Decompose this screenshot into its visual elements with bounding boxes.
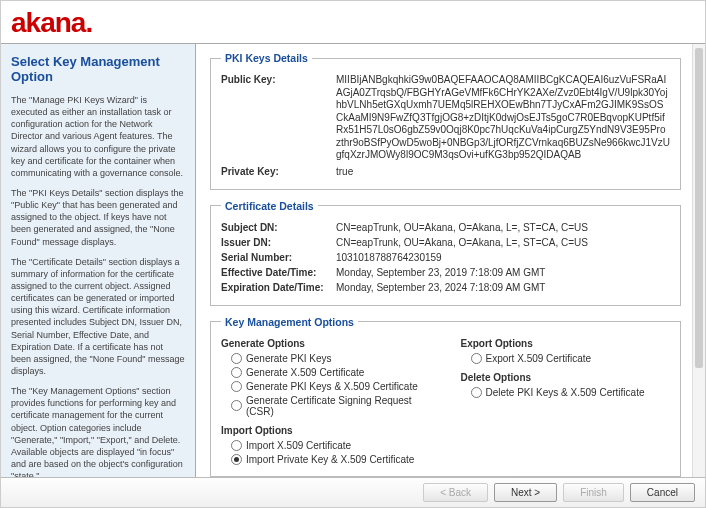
radio-icon: [231, 454, 242, 465]
radio-icon: [231, 367, 242, 378]
effective-date-value: Monday, September 23, 2019 7:18:09 AM GM…: [336, 267, 670, 278]
certificate-details-section: Certificate Details Subject DN: CN=eapTr…: [210, 200, 681, 306]
expiration-date-value: Monday, September 23, 2024 7:18:09 AM GM…: [336, 282, 670, 293]
export-options-head: Export Options: [461, 338, 671, 349]
radio-icon: [231, 353, 242, 364]
subject-dn-label: Subject DN:: [221, 222, 336, 233]
serial-number-label: Serial Number:: [221, 252, 336, 263]
radio-delete-pki-x509[interactable]: Delete PKI Keys & X.509 Certificate: [471, 387, 671, 398]
scrollbar[interactable]: [692, 44, 705, 481]
private-key-value: true: [336, 166, 670, 177]
radio-label: Delete PKI Keys & X.509 Certificate: [486, 387, 645, 398]
serial-number-value: 1031018788764230159: [336, 252, 670, 263]
help-paragraph: The "Certificate Details" section displa…: [11, 256, 185, 377]
wizard-footer: < Back Next > Finish Cancel: [1, 477, 705, 507]
subject-dn-value: CN=eapTrunk, OU=Akana, O=Akana, L=, ST=C…: [336, 222, 670, 233]
delete-options-head: Delete Options: [461, 372, 671, 383]
issuer-dn-value: CN=eapTrunk, OU=Akana, O=Akana, L=, ST=C…: [336, 237, 670, 248]
back-button[interactable]: < Back: [423, 483, 488, 502]
page-title: Select Key Management Option: [11, 54, 185, 84]
radio-export-x509[interactable]: Export X.509 Certificate: [471, 353, 671, 364]
public-key-value: MIIBIjANBgkqhkiG9w0BAQEFAAOCAQ8AMIIBCgKC…: [336, 74, 670, 162]
pki-keys-details-section: PKI Keys Details Public Key: MIIBIjANBgk…: [210, 52, 681, 190]
radio-generate-pki-keys[interactable]: Generate PKI Keys: [231, 353, 431, 364]
issuer-dn-label: Issuer DN:: [221, 237, 336, 248]
expiration-date-label: Expiration Date/Time:: [221, 282, 336, 293]
section-legend: PKI Keys Details: [221, 52, 312, 64]
radio-icon: [231, 381, 242, 392]
radio-label: Import X.509 Certificate: [246, 440, 351, 451]
radio-icon: [471, 353, 482, 364]
radio-generate-pki-and-x509[interactable]: Generate PKI Keys & X.509 Certificate: [231, 381, 431, 392]
section-legend: Key Management Options: [221, 316, 358, 328]
generate-options-head: Generate Options: [221, 338, 431, 349]
radio-import-private-key-x509[interactable]: Import Private Key & X.509 Certificate: [231, 454, 431, 465]
finish-button[interactable]: Finish: [563, 483, 624, 502]
radio-icon: [471, 387, 482, 398]
radio-icon: [231, 440, 242, 451]
radio-label: Generate PKI Keys: [246, 353, 332, 364]
content-area: Select Key Management Option The "Manage…: [1, 43, 705, 481]
scroll-thumb[interactable]: [695, 48, 703, 368]
radio-icon: [231, 400, 242, 411]
akana-logo: akana: [11, 7, 85, 38]
help-panel: Select Key Management Option The "Manage…: [1, 44, 196, 481]
next-button[interactable]: Next >: [494, 483, 557, 502]
header: akana.: [1, 1, 705, 43]
cancel-button[interactable]: Cancel: [630, 483, 695, 502]
key-management-options-section: Key Management Options Generate Options …: [210, 316, 681, 477]
radio-import-x509[interactable]: Import X.509 Certificate: [231, 440, 431, 451]
help-paragraph: The "Key Management Options" section pro…: [11, 385, 185, 481]
help-paragraph: The "PKI Keys Details" section displays …: [11, 187, 185, 248]
public-key-label: Public Key:: [221, 74, 336, 162]
section-legend: Certificate Details: [221, 200, 318, 212]
main-panel: PKI Keys Details Public Key: MIIBIjANBgk…: [196, 44, 705, 481]
import-options-head: Import Options: [221, 425, 431, 436]
radio-label: Generate X.509 Certificate: [246, 367, 364, 378]
effective-date-label: Effective Date/Time:: [221, 267, 336, 278]
help-paragraph: The "Manage PKI Keys Wizard" is executed…: [11, 94, 185, 179]
radio-label: Export X.509 Certificate: [486, 353, 592, 364]
radio-label: Generate PKI Keys & X.509 Certificate: [246, 381, 418, 392]
radio-label: Import Private Key & X.509 Certificate: [246, 454, 414, 465]
radio-generate-csr[interactable]: Generate Certificate Signing Request (CS…: [231, 395, 431, 417]
private-key-label: Private Key:: [221, 166, 336, 177]
radio-generate-x509[interactable]: Generate X.509 Certificate: [231, 367, 431, 378]
radio-label: Generate Certificate Signing Request (CS…: [246, 395, 431, 417]
